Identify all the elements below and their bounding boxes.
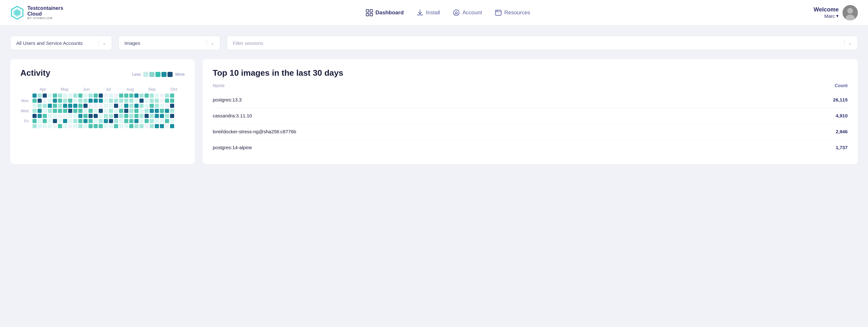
day-cell[interactable]	[134, 124, 138, 128]
day-cell[interactable]	[150, 124, 154, 128]
day-cell[interactable]	[99, 119, 103, 123]
day-cell[interactable]	[150, 104, 154, 108]
day-cell[interactable]	[32, 94, 37, 98]
day-cell[interactable]	[160, 109, 164, 113]
day-cell[interactable]	[68, 99, 72, 103]
day-cell[interactable]	[150, 109, 154, 113]
day-cell[interactable]	[140, 104, 144, 108]
day-cell[interactable]	[68, 109, 72, 113]
day-cell[interactable]	[53, 114, 57, 118]
day-cell[interactable]	[94, 124, 98, 128]
day-cell[interactable]	[150, 99, 154, 103]
day-cell[interactable]	[129, 119, 133, 123]
day-cell[interactable]	[43, 104, 47, 108]
day-cell[interactable]	[134, 114, 138, 118]
day-cell[interactable]	[78, 124, 83, 128]
day-cell[interactable]	[84, 114, 88, 118]
day-cell[interactable]	[89, 94, 93, 98]
day-cell[interactable]	[140, 114, 144, 118]
day-cell[interactable]	[43, 114, 47, 118]
nav-resources[interactable]: Resources	[495, 8, 530, 18]
day-cell[interactable]	[170, 114, 174, 118]
day-cell[interactable]	[160, 124, 164, 128]
day-cell[interactable]	[165, 109, 169, 113]
day-cell[interactable]	[119, 104, 123, 108]
day-cell[interactable]	[145, 104, 149, 108]
day-cell[interactable]	[63, 119, 67, 123]
day-cell[interactable]	[114, 109, 118, 113]
day-cell[interactable]	[165, 104, 169, 108]
day-cell[interactable]	[32, 114, 37, 118]
day-cell[interactable]	[109, 104, 113, 108]
day-cell[interactable]	[43, 94, 47, 98]
day-cell[interactable]	[119, 99, 123, 103]
images-filter[interactable]: Images ⌄	[119, 36, 220, 50]
day-cell[interactable]	[84, 104, 88, 108]
day-cell[interactable]	[78, 109, 83, 113]
day-cell[interactable]	[32, 124, 37, 128]
day-cell[interactable]	[32, 119, 37, 123]
day-cell[interactable]	[155, 104, 159, 108]
day-cell[interactable]	[89, 104, 93, 108]
day-cell[interactable]	[150, 119, 154, 123]
day-cell[interactable]	[99, 124, 103, 128]
day-cell[interactable]	[119, 119, 123, 123]
day-cell[interactable]	[124, 119, 128, 123]
day-cell[interactable]	[32, 104, 37, 108]
day-cell[interactable]	[99, 94, 103, 98]
day-cell[interactable]	[170, 124, 174, 128]
day-cell[interactable]	[119, 114, 123, 118]
users-filter[interactable]: All Users and Service Accounts ⌄	[10, 36, 112, 50]
day-cell[interactable]	[84, 94, 88, 98]
day-cell[interactable]	[48, 114, 52, 118]
day-cell[interactable]	[145, 99, 149, 103]
day-cell[interactable]	[78, 94, 83, 98]
day-cell[interactable]	[58, 94, 62, 98]
day-cell[interactable]	[68, 114, 72, 118]
day-cell[interactable]	[48, 99, 52, 103]
day-cell[interactable]	[53, 94, 57, 98]
day-cell[interactable]	[89, 119, 93, 123]
day-cell[interactable]	[63, 94, 67, 98]
day-cell[interactable]	[165, 94, 169, 98]
day-cell[interactable]	[155, 124, 159, 128]
day-cell[interactable]	[89, 99, 93, 103]
day-cell[interactable]	[38, 109, 42, 113]
day-cell[interactable]	[78, 114, 83, 118]
day-cell[interactable]	[140, 99, 144, 103]
day-cell[interactable]	[73, 124, 78, 128]
day-cell[interactable]	[84, 124, 88, 128]
day-cell[interactable]	[43, 99, 47, 103]
day-cell[interactable]	[89, 124, 93, 128]
day-cell[interactable]	[124, 124, 128, 128]
day-cell[interactable]	[145, 124, 149, 128]
day-cell[interactable]	[134, 104, 138, 108]
day-cell[interactable]	[68, 124, 72, 128]
day-cell[interactable]	[73, 104, 78, 108]
day-cell[interactable]	[104, 124, 108, 128]
day-cell[interactable]	[99, 99, 103, 103]
day-cell[interactable]	[53, 99, 57, 103]
day-cell[interactable]	[155, 109, 159, 113]
day-cell[interactable]	[124, 109, 128, 113]
day-cell[interactable]	[53, 124, 57, 128]
day-cell[interactable]	[150, 94, 154, 98]
day-cell[interactable]	[63, 109, 67, 113]
day-cell[interactable]	[119, 124, 123, 128]
day-cell[interactable]	[124, 99, 128, 103]
day-cell[interactable]	[165, 99, 169, 103]
day-cell[interactable]	[73, 109, 78, 113]
day-cell[interactable]	[150, 114, 154, 118]
day-cell[interactable]	[104, 99, 108, 103]
day-cell[interactable]	[170, 119, 174, 123]
day-cell[interactable]	[124, 104, 128, 108]
day-cell[interactable]	[89, 114, 93, 118]
day-cell[interactable]	[114, 104, 118, 108]
day-cell[interactable]	[109, 124, 113, 128]
day-cell[interactable]	[129, 104, 133, 108]
day-cell[interactable]	[73, 119, 78, 123]
day-cell[interactable]	[129, 109, 133, 113]
day-cell[interactable]	[104, 104, 108, 108]
day-cell[interactable]	[145, 94, 149, 98]
day-cell[interactable]	[104, 94, 108, 98]
